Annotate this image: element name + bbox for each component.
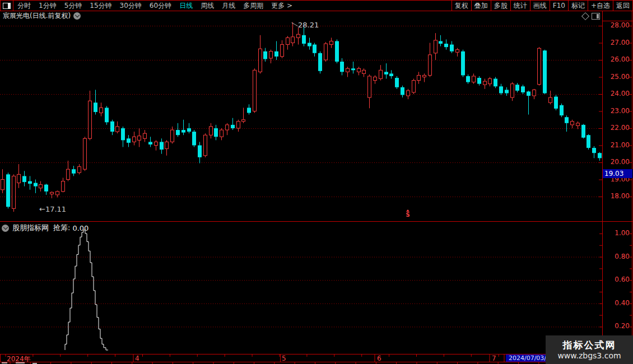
site-watermark: 指标公式网 www.zbgs3.com <box>546 335 633 364</box>
indicator-axis-label: 0.40 <box>604 299 630 307</box>
chevron-down-icon[interactable] <box>2 225 9 232</box>
clipped-statusbar-text <box>16 362 25 363</box>
price-axis-label: 24.00 <box>604 90 630 97</box>
period-tab-月线[interactable]: 月线 <box>220 1 238 11</box>
price-axis-label: 23.00 <box>604 107 630 115</box>
period-tab-周线[interactable]: 周线 <box>198 1 216 11</box>
clipped-statusbar-text <box>2 362 7 363</box>
price-axis-label: 26.00 <box>604 55 630 63</box>
trading-app-window: 分时1分钟5分钟15分钟30分钟60分钟日线周线月线多周期更多 > 复权叠加多股… <box>0 0 633 364</box>
x-axis-label: 6 <box>377 354 381 362</box>
period-tab-60分钟[interactable]: 60分钟 <box>147 1 174 11</box>
price-axis-label: 18.00 <box>604 192 630 200</box>
ex-dividend-marker[interactable]: S <box>404 209 412 217</box>
action-F10[interactable]: F10 <box>550 1 568 11</box>
chart-canvas[interactable] <box>0 0 633 364</box>
gridlines <box>0 26 602 327</box>
price-axis-label: 28.00 <box>604 21 630 29</box>
indicator-value: 0.00 <box>72 224 89 232</box>
indicator-axis-label: 0.60 <box>604 276 630 283</box>
indicator-axis-label: 0.80 <box>604 253 630 260</box>
candles <box>1 22 602 212</box>
price-axis-label: 25.00 <box>604 73 630 81</box>
price-axis-label: 21.00 <box>604 141 630 149</box>
indicator-axis-label: 0.20 <box>604 322 630 330</box>
period-tab-30分钟[interactable]: 30分钟 <box>118 1 144 11</box>
watermark-url: www.zbgs3.com <box>557 351 621 361</box>
indicator-source: 股朋指标网 <box>12 223 49 233</box>
action-+自选[interactable]: +自选 <box>588 1 613 11</box>
action-多股[interactable]: 多股 <box>491 1 510 11</box>
x-axis-label: 5 <box>282 354 286 362</box>
action-画线[interactable]: 画线 <box>530 1 550 11</box>
low-price-annotation: ←17.11 <box>39 205 66 213</box>
high-price-annotation: 28.21 <box>298 21 319 29</box>
split-pane-icon <box>3 3 11 9</box>
x-axis-label: 7 <box>492 354 496 362</box>
indicator-spike <box>65 230 108 350</box>
window-split-button[interactable] <box>1 1 13 11</box>
action-标记[interactable]: 标记 <box>568 1 588 11</box>
price-axis-label: 27.00 <box>604 39 630 46</box>
period-tab-日线[interactable]: 日线 <box>177 1 195 11</box>
period-tab-多周期[interactable]: 多周期 <box>241 1 266 11</box>
period-tabs: 分时1分钟5分钟15分钟30分钟60分钟日线周线月线多周期更多 > <box>13 1 296 11</box>
period-tab-更多 >[interactable]: 更多 > <box>269 1 295 11</box>
indicator-header: 股朋指标网 抢筹: 0.00 <box>2 223 89 233</box>
action-叠加[interactable]: 叠加 <box>471 1 491 11</box>
action-返回[interactable]: 返回 <box>613 1 632 11</box>
action-统计[interactable]: 统计 <box>510 1 530 11</box>
price-axis-label: 20.00 <box>604 158 630 166</box>
x-axis-label: 4 <box>135 354 139 362</box>
period-tab-1分钟[interactable]: 1分钟 <box>36 1 59 11</box>
watermark-title: 指标公式网 <box>563 339 616 351</box>
period-tab-15分钟[interactable]: 15分钟 <box>87 1 114 11</box>
period-tab-5分钟[interactable]: 5分钟 <box>62 1 85 11</box>
indicator-axis-label: 1.00 <box>604 229 630 237</box>
latest-price-tag: 19.03 <box>603 169 632 178</box>
price-axis-label: 22.00 <box>604 124 630 132</box>
action-buttons: 复权叠加多股统计画线F10标记+自选返回 <box>452 1 632 11</box>
indicator-name: 抢筹: <box>53 223 70 233</box>
action-复权[interactable]: 复权 <box>452 1 471 11</box>
period-tab-分时[interactable]: 分时 <box>15 1 33 11</box>
period-toolbar: 分时1分钟5分钟15分钟30分钟60分钟日线周线月线多周期更多 > 复权叠加多股… <box>0 0 633 11</box>
